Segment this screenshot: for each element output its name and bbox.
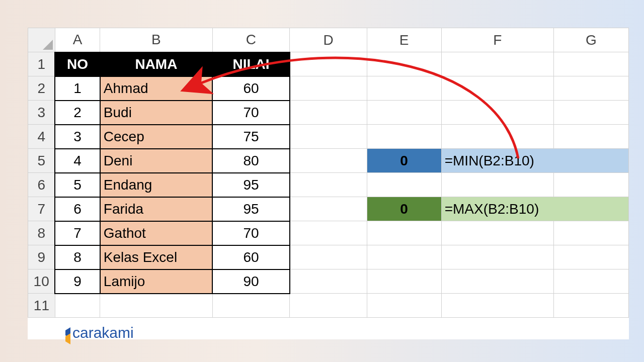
cell-E1[interactable] [367,52,441,76]
cell-E6[interactable] [367,173,441,197]
row-header-6[interactable]: 6 [28,173,55,197]
cell-A6[interactable]: 5 [55,173,100,197]
cell-F11[interactable] [441,294,553,318]
cell-C8[interactable]: 70 [212,221,290,245]
cell-E3[interactable] [367,101,441,125]
cell-A2[interactable]: 1 [55,76,100,101]
cell-G6[interactable] [553,173,628,197]
col-header-F[interactable]: F [441,28,553,52]
cell-F9[interactable] [441,245,553,269]
cell-D7[interactable] [290,197,367,221]
cell-D1[interactable] [290,52,367,76]
row-header-9[interactable]: 9 [28,245,55,269]
row-header-7[interactable]: 7 [28,197,55,221]
cell-D4[interactable] [290,125,367,149]
row-header-11[interactable]: 11 [28,294,55,318]
cell-C10[interactable]: 90 [212,269,290,294]
cell-C3[interactable]: 70 [212,101,290,125]
cell-G4[interactable] [553,125,628,149]
cell-E5-min-result[interactable]: 0 [367,149,441,173]
row-header-10[interactable]: 10 [28,269,55,294]
cell-D9[interactable] [290,245,367,269]
cell-F8[interactable] [441,221,553,245]
cell-B8[interactable]: Gathot [100,221,212,245]
cell-A9[interactable]: 8 [55,245,100,269]
col-header-C[interactable]: C [212,28,290,52]
cell-E11[interactable] [367,294,441,318]
row-header-4[interactable]: 4 [28,125,55,149]
brand-name: carakami [72,324,134,341]
cell-F6[interactable] [441,173,553,197]
cell-B2[interactable]: Ahmad [100,76,212,101]
cell-F10[interactable] [441,269,553,294]
cell-E7-max-result[interactable]: 0 [367,197,441,221]
cell-A5[interactable]: 4 [55,149,100,173]
cell-G2[interactable] [553,76,628,101]
cell-D10[interactable] [290,269,367,294]
cell-F3[interactable] [441,101,553,125]
col-header-E[interactable]: E [367,28,441,52]
cell-A7[interactable]: 6 [55,197,100,221]
col-header-A[interactable]: A [55,28,100,52]
cell-A1[interactable]: NO [55,52,100,76]
row-header-3[interactable]: 3 [28,101,55,125]
select-all-corner[interactable] [28,28,55,52]
cell-F1[interactable] [441,52,553,76]
cell-A10[interactable]: 9 [55,269,100,294]
cell-G11[interactable] [553,294,628,318]
cell-B1[interactable]: NAMA [100,52,212,76]
cell-F4[interactable] [441,125,553,149]
cell-E2[interactable] [367,76,441,101]
cell-A4[interactable]: 3 [55,125,100,149]
cell-E4[interactable] [367,125,441,149]
cell-F2[interactable] [441,76,553,101]
cell-C6[interactable]: 95 [212,173,290,197]
cell-E10[interactable] [367,269,441,294]
cell-B11[interactable] [100,294,212,318]
cell-B3[interactable]: Budi [100,101,212,125]
cell-B6[interactable]: Endang [100,173,212,197]
cell-E9[interactable] [367,245,441,269]
cell-B9[interactable]: Kelas Excel [100,245,212,269]
cell-E8[interactable] [367,221,441,245]
cell-C1[interactable]: NILAI [212,52,290,76]
cell-B7[interactable]: Farida [100,197,212,221]
row-4: 4 3 Cecep 75 [28,125,629,149]
cell-C4[interactable]: 75 [212,125,290,149]
cell-C5[interactable]: 80 [212,149,290,173]
cell-B4[interactable]: Cecep [100,125,212,149]
spreadsheet[interactable]: A B C D E F G 1 NO NAMA NILAI 2 1 Ahmad … [28,28,629,339]
cell-D2[interactable] [290,76,367,101]
col-header-G[interactable]: G [553,28,628,52]
col-header-B[interactable]: B [100,28,212,52]
cell-G8[interactable] [553,221,628,245]
cell-D5[interactable] [290,149,367,173]
cell-C11[interactable] [212,294,290,318]
grid-table: A B C D E F G 1 NO NAMA NILAI 2 1 Ahmad … [28,28,629,318]
cell-F5-min-formula[interactable]: =MIN(B2:B10) [441,149,628,173]
row-2: 2 1 Ahmad 60 [28,76,629,101]
cell-C9[interactable]: 60 [212,245,290,269]
cell-G1[interactable] [553,52,628,76]
cell-D11[interactable] [290,294,367,318]
cell-B5[interactable]: Deni [100,149,212,173]
row-header-5[interactable]: 5 [28,149,55,173]
cell-B10[interactable]: Lamijo [100,269,212,294]
row-header-2[interactable]: 2 [28,76,55,101]
cell-D8[interactable] [290,221,367,245]
cell-G3[interactable] [553,101,628,125]
cell-D3[interactable] [290,101,367,125]
row-header-1[interactable]: 1 [28,52,55,76]
cell-C7[interactable]: 95 [212,197,290,221]
cell-A11[interactable] [55,294,100,318]
cell-G9[interactable] [553,245,628,269]
brand-logo-icon [56,326,69,339]
cell-F7-max-formula[interactable]: =MAX(B2:B10) [441,197,628,221]
col-header-D[interactable]: D [290,28,367,52]
cell-A8[interactable]: 7 [55,221,100,245]
cell-D6[interactable] [290,173,367,197]
cell-C2[interactable]: 60 [212,76,290,101]
row-header-8[interactable]: 8 [28,221,55,245]
cell-G10[interactable] [553,269,628,294]
cell-A3[interactable]: 2 [55,101,100,125]
